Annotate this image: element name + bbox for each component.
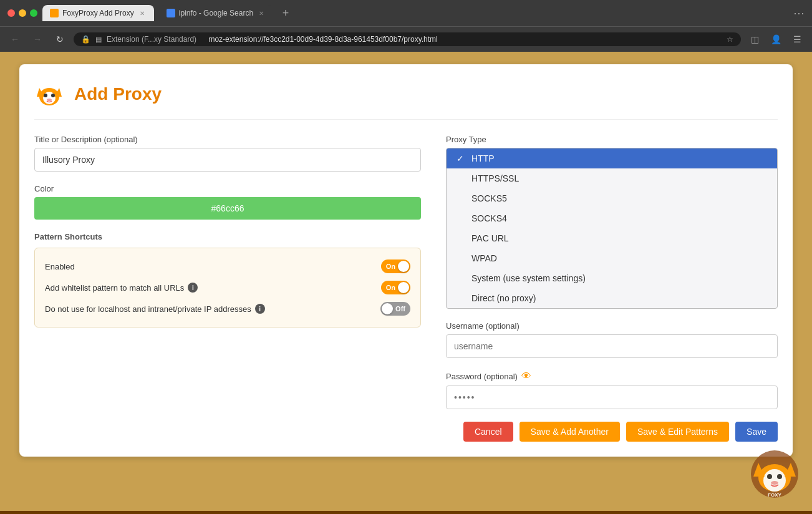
- enabled-label-container: Enabled: [45, 262, 381, 271]
- localhost-info-icon[interactable]: i: [255, 304, 265, 314]
- address-prefix: Extension (F...xy Standard): [107, 35, 196, 44]
- svg-point-12: [767, 474, 772, 479]
- whitelist-label-container: Add whitelist pattern to match all URLs …: [45, 283, 381, 293]
- localhost-label-container: Do not use for localhost and intranet/pr…: [45, 304, 380, 314]
- enabled-label: Enabled: [45, 262, 75, 271]
- new-tab-button[interactable]: +: [278, 6, 293, 21]
- save-add-button[interactable]: Save & Add Another: [520, 422, 620, 442]
- check-icon: ✓: [457, 153, 466, 163]
- maximize-window-button[interactable]: [30, 9, 37, 17]
- pattern-shortcuts-box: Enabled On Add whitelist pattern to matc…: [34, 248, 421, 327]
- svg-point-9: [763, 469, 786, 492]
- enabled-toggle[interactable]: On: [381, 259, 410, 273]
- bookmark-icon[interactable]: ☆: [727, 35, 733, 44]
- title-input[interactable]: [34, 148, 421, 172]
- save-button[interactable]: Save: [735, 422, 778, 442]
- proxy-type-system[interactable]: System (use system settings): [447, 268, 777, 288]
- address-separator: [201, 35, 203, 44]
- whitelist-label: Add whitelist pattern to match all URLs: [45, 283, 184, 293]
- proxy-type-direct[interactable]: Direct (no proxy): [447, 288, 777, 308]
- proxy-type-wpad[interactable]: WPAD: [447, 248, 777, 268]
- tab-close-2[interactable]: ✕: [257, 9, 266, 17]
- localhost-toggle-knob: [382, 303, 393, 314]
- form-layout: Title or Description (optional) Color #6…: [34, 135, 778, 442]
- proxy-type-pacurl-label: PAC URL: [471, 233, 509, 243]
- proxy-type-dropdown: ✓ HTTP HTTPS/SSL SOCKS5: [446, 148, 778, 309]
- whitelist-toggle[interactable]: On: [381, 281, 410, 294]
- foxy-watermark-logo: FOXY: [750, 449, 800, 499]
- cancel-button[interactable]: Cancel: [463, 422, 513, 442]
- page-header: Add Proxy: [34, 79, 778, 120]
- menu-button[interactable]: ☰: [788, 31, 806, 48]
- credentials-section: Username (optional) Password (optional) …: [446, 321, 778, 409]
- toggle-password-icon[interactable]: 👁: [521, 371, 531, 382]
- svg-point-5: [51, 94, 55, 97]
- title-label: Title or Description (optional): [34, 135, 421, 144]
- svg-point-13: [777, 474, 782, 479]
- tab-label-1: FoxyProxy Add Proxy: [62, 9, 134, 17]
- address-bar[interactable]: 🔒 ▤ Extension (F...xy Standard) moz-exte…: [74, 32, 741, 46]
- save-edit-button[interactable]: Save & Edit Patterns: [626, 422, 729, 442]
- extensions-button[interactable]: ◫: [746, 31, 763, 48]
- browser-chrome: FoxyProxy Add Proxy ✕ ipinfo - Google Se…: [0, 0, 812, 52]
- proxy-type-http[interactable]: ✓ HTTP: [447, 148, 777, 168]
- profile-button[interactable]: 👤: [767, 31, 785, 48]
- proxy-type-socks5[interactable]: SOCKS5: [447, 188, 777, 208]
- title-field-group: Title or Description (optional): [34, 135, 421, 172]
- localhost-row: Do not use for localhost and intranet/pr…: [45, 298, 410, 319]
- proxy-type-direct-label: Direct (no proxy): [471, 293, 536, 303]
- proxy-type-https[interactable]: HTTPS/SSL: [447, 168, 777, 188]
- back-button[interactable]: ←: [6, 31, 24, 48]
- security-icon: 🔒: [81, 35, 90, 44]
- color-button[interactable]: #66cc66: [34, 197, 421, 220]
- tab-foxyproxy[interactable]: FoxyProxy Add Proxy ✕: [42, 5, 154, 21]
- localhost-toggle[interactable]: Off: [380, 302, 410, 316]
- username-field-group: Username (optional): [446, 321, 778, 358]
- close-window-button[interactable]: [7, 9, 15, 17]
- tab-label-2: ipinfo - Google Search: [179, 9, 253, 17]
- password-label: Password (optional): [446, 372, 518, 381]
- traffic-lights: [7, 9, 37, 17]
- proxy-type-wpad-label: WPAD: [471, 253, 497, 263]
- color-label: Color: [34, 184, 421, 193]
- enabled-toggle-knob: [398, 261, 409, 272]
- localhost-label: Do not use for localhost and intranet/pr…: [45, 304, 251, 314]
- svg-text:FOXY: FOXY: [768, 492, 781, 498]
- whitelist-info-icon[interactable]: i: [188, 283, 198, 293]
- tab-google[interactable]: ipinfo - Google Search ✕: [159, 5, 273, 21]
- main-card: Add Proxy Title or Description (optional…: [19, 64, 793, 457]
- tab-close-1[interactable]: ✕: [138, 9, 147, 17]
- svg-point-6: [47, 99, 52, 101]
- forward-button[interactable]: →: [29, 31, 46, 48]
- reload-button[interactable]: ↻: [51, 31, 69, 48]
- nav-bar: ← → ↻ 🔒 ▤ Extension (F...xy Standard) mo…: [0, 26, 812, 52]
- window-controls[interactable]: ⋯: [793, 6, 805, 20]
- password-input[interactable]: [446, 385, 778, 409]
- proxy-type-label: Proxy Type: [446, 135, 778, 144]
- proxy-type-http-label: HTTP: [471, 153, 495, 163]
- proxy-type-list: ✓ HTTP HTTPS/SSL SOCKS5: [446, 148, 778, 309]
- svg-point-14: [771, 481, 778, 485]
- foxy-watermark: FOXY: [750, 449, 800, 502]
- username-label: Username (optional): [446, 321, 778, 331]
- proxy-type-socks4[interactable]: SOCKS4: [447, 208, 777, 228]
- password-field-group: Password (optional) 👁: [446, 371, 778, 409]
- minimize-window-button[interactable]: [19, 9, 26, 17]
- svg-point-4: [44, 94, 47, 97]
- extension-icon: ▤: [95, 36, 102, 44]
- proxy-type-pacurl[interactable]: PAC URL: [447, 228, 777, 248]
- proxy-type-group: Proxy Type ✓ HTTP HTTPS/SSL: [446, 135, 778, 309]
- pattern-shortcuts-group: Pattern Shortcuts Enabled On: [34, 232, 421, 327]
- foxyproxy-logo: [34, 79, 64, 109]
- password-label-container: Password (optional) 👁: [446, 371, 778, 382]
- tab-favicon-1: [50, 9, 59, 17]
- page-content: Add Proxy Title or Description (optional…: [0, 52, 812, 511]
- username-input[interactable]: [446, 334, 778, 358]
- pattern-shortcuts-label: Pattern Shortcuts: [34, 232, 421, 241]
- form-right: Proxy Type ✓ HTTP HTTPS/SSL: [446, 135, 778, 442]
- proxy-type-https-label: HTTPS/SSL: [471, 173, 519, 183]
- proxy-type-socks4-label: SOCKS4: [471, 213, 507, 223]
- form-left: Title or Description (optional) Color #6…: [34, 135, 421, 442]
- localhost-toggle-label: Off: [393, 305, 405, 313]
- enabled-toggle-label: On: [386, 263, 398, 270]
